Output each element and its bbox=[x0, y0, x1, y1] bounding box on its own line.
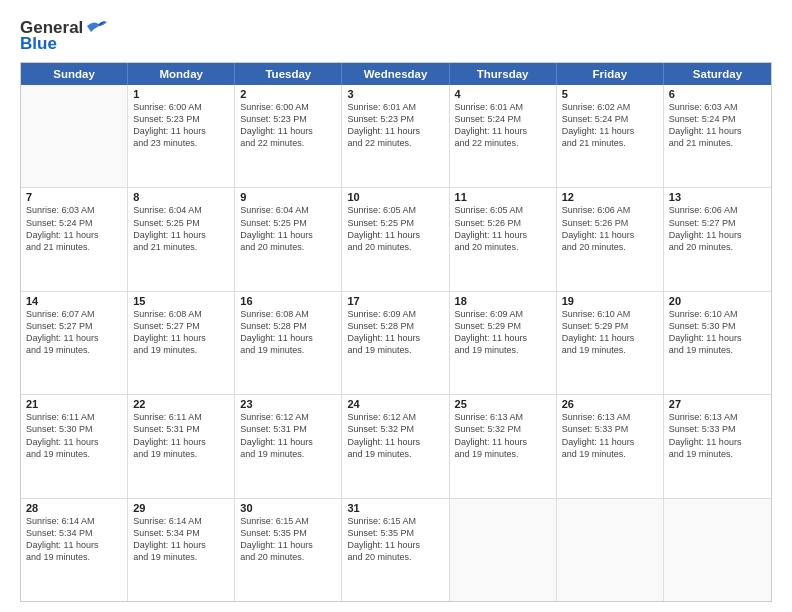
cell-info-line: Sunrise: 6:06 AM bbox=[669, 204, 766, 216]
cell-info-line: Sunrise: 6:10 AM bbox=[669, 308, 766, 320]
cell-info-line: Daylight: 11 hours bbox=[455, 125, 551, 137]
day-number: 7 bbox=[26, 191, 122, 203]
weekday-header-monday: Monday bbox=[128, 63, 235, 85]
cell-info-line: Sunrise: 6:13 AM bbox=[455, 411, 551, 423]
cell-info-line: Sunrise: 6:09 AM bbox=[347, 308, 443, 320]
calendar-day-15: 15Sunrise: 6:08 AMSunset: 5:27 PMDayligh… bbox=[128, 292, 235, 394]
cell-info-line: and 19 minutes. bbox=[562, 344, 658, 356]
cell-info-line: Daylight: 11 hours bbox=[133, 436, 229, 448]
cell-info-line: Daylight: 11 hours bbox=[562, 436, 658, 448]
calendar-empty-cell bbox=[21, 85, 128, 187]
cell-info-line: and 20 minutes. bbox=[347, 241, 443, 253]
cell-info-line: and 20 minutes. bbox=[562, 241, 658, 253]
calendar-day-31: 31Sunrise: 6:15 AMSunset: 5:35 PMDayligh… bbox=[342, 499, 449, 601]
calendar-day-7: 7Sunrise: 6:03 AMSunset: 5:24 PMDaylight… bbox=[21, 188, 128, 290]
calendar-day-10: 10Sunrise: 6:05 AMSunset: 5:25 PMDayligh… bbox=[342, 188, 449, 290]
cell-info-line: Sunset: 5:23 PM bbox=[347, 113, 443, 125]
cell-info-line: Daylight: 11 hours bbox=[347, 229, 443, 241]
day-number: 13 bbox=[669, 191, 766, 203]
cell-info-line: Daylight: 11 hours bbox=[669, 125, 766, 137]
day-number: 19 bbox=[562, 295, 658, 307]
day-number: 3 bbox=[347, 88, 443, 100]
cell-info-line: Sunset: 5:30 PM bbox=[669, 320, 766, 332]
cell-info-line: and 19 minutes. bbox=[133, 344, 229, 356]
cell-info-line: Sunset: 5:26 PM bbox=[455, 217, 551, 229]
cell-info-line: and 19 minutes. bbox=[26, 551, 122, 563]
day-number: 2 bbox=[240, 88, 336, 100]
day-number: 15 bbox=[133, 295, 229, 307]
cell-info-line: Sunrise: 6:15 AM bbox=[240, 515, 336, 527]
day-number: 10 bbox=[347, 191, 443, 203]
cell-info-line: and 23 minutes. bbox=[133, 137, 229, 149]
calendar-day-24: 24Sunrise: 6:12 AMSunset: 5:32 PMDayligh… bbox=[342, 395, 449, 497]
day-number: 12 bbox=[562, 191, 658, 203]
cell-info-line: and 19 minutes. bbox=[26, 344, 122, 356]
cell-info-line: Sunset: 5:35 PM bbox=[347, 527, 443, 539]
cell-info-line: Daylight: 11 hours bbox=[455, 229, 551, 241]
cell-info-line: Sunrise: 6:01 AM bbox=[347, 101, 443, 113]
calendar-day-25: 25Sunrise: 6:13 AMSunset: 5:32 PMDayligh… bbox=[450, 395, 557, 497]
cell-info-line: and 19 minutes. bbox=[240, 344, 336, 356]
cell-info-line: Sunrise: 6:06 AM bbox=[562, 204, 658, 216]
day-number: 11 bbox=[455, 191, 551, 203]
cell-info-line: Sunset: 5:32 PM bbox=[347, 423, 443, 435]
cell-info-line: Sunrise: 6:03 AM bbox=[26, 204, 122, 216]
weekday-header-sunday: Sunday bbox=[21, 63, 128, 85]
cell-info-line: and 21 minutes. bbox=[26, 241, 122, 253]
cell-info-line: Sunset: 5:24 PM bbox=[26, 217, 122, 229]
cell-info-line: Daylight: 11 hours bbox=[133, 539, 229, 551]
day-number: 18 bbox=[455, 295, 551, 307]
cell-info-line: Sunset: 5:29 PM bbox=[455, 320, 551, 332]
cell-info-line: Sunrise: 6:04 AM bbox=[240, 204, 336, 216]
cell-info-line: Daylight: 11 hours bbox=[240, 539, 336, 551]
day-number: 21 bbox=[26, 398, 122, 410]
cell-info-line: Daylight: 11 hours bbox=[133, 125, 229, 137]
cell-info-line: Sunset: 5:24 PM bbox=[455, 113, 551, 125]
cell-info-line: Sunset: 5:34 PM bbox=[26, 527, 122, 539]
day-number: 28 bbox=[26, 502, 122, 514]
calendar-row-1: 7Sunrise: 6:03 AMSunset: 5:24 PMDaylight… bbox=[21, 188, 771, 291]
cell-info-line: Daylight: 11 hours bbox=[133, 332, 229, 344]
cell-info-line: and 22 minutes. bbox=[455, 137, 551, 149]
day-number: 6 bbox=[669, 88, 766, 100]
cell-info-line: Sunset: 5:31 PM bbox=[133, 423, 229, 435]
calendar-day-28: 28Sunrise: 6:14 AMSunset: 5:34 PMDayligh… bbox=[21, 499, 128, 601]
day-number: 9 bbox=[240, 191, 336, 203]
cell-info-line: Sunset: 5:35 PM bbox=[240, 527, 336, 539]
cell-info-line: Daylight: 11 hours bbox=[455, 332, 551, 344]
calendar-day-23: 23Sunrise: 6:12 AMSunset: 5:31 PMDayligh… bbox=[235, 395, 342, 497]
cell-info-line: and 19 minutes. bbox=[133, 551, 229, 563]
cell-info-line: and 19 minutes. bbox=[669, 344, 766, 356]
cell-info-line: Sunset: 5:31 PM bbox=[240, 423, 336, 435]
cell-info-line: Sunrise: 6:07 AM bbox=[26, 308, 122, 320]
calendar-day-12: 12Sunrise: 6:06 AMSunset: 5:26 PMDayligh… bbox=[557, 188, 664, 290]
cell-info-line: and 19 minutes. bbox=[240, 448, 336, 460]
cell-info-line: Daylight: 11 hours bbox=[562, 332, 658, 344]
cell-info-line: Sunrise: 6:03 AM bbox=[669, 101, 766, 113]
cell-info-line: Sunset: 5:27 PM bbox=[669, 217, 766, 229]
day-number: 27 bbox=[669, 398, 766, 410]
cell-info-line: Sunset: 5:26 PM bbox=[562, 217, 658, 229]
cell-info-line: Sunset: 5:23 PM bbox=[240, 113, 336, 125]
cell-info-line: Daylight: 11 hours bbox=[240, 436, 336, 448]
cell-info-line: Sunset: 5:32 PM bbox=[455, 423, 551, 435]
calendar-day-30: 30Sunrise: 6:15 AMSunset: 5:35 PMDayligh… bbox=[235, 499, 342, 601]
cell-info-line: and 22 minutes. bbox=[347, 137, 443, 149]
calendar-day-20: 20Sunrise: 6:10 AMSunset: 5:30 PMDayligh… bbox=[664, 292, 771, 394]
cell-info-line: and 21 minutes. bbox=[133, 241, 229, 253]
cell-info-line: Sunrise: 6:08 AM bbox=[133, 308, 229, 320]
weekday-header-wednesday: Wednesday bbox=[342, 63, 449, 85]
cell-info-line: Sunset: 5:24 PM bbox=[669, 113, 766, 125]
cell-info-line: Sunset: 5:28 PM bbox=[240, 320, 336, 332]
calendar-empty-cell bbox=[557, 499, 664, 601]
cell-info-line: Sunset: 5:33 PM bbox=[562, 423, 658, 435]
cell-info-line: Daylight: 11 hours bbox=[26, 229, 122, 241]
cell-info-line: Sunrise: 6:00 AM bbox=[133, 101, 229, 113]
cell-info-line: Sunrise: 6:11 AM bbox=[26, 411, 122, 423]
day-number: 23 bbox=[240, 398, 336, 410]
cell-info-line: and 20 minutes. bbox=[455, 241, 551, 253]
cell-info-line: Sunset: 5:29 PM bbox=[562, 320, 658, 332]
cell-info-line: Sunrise: 6:13 AM bbox=[669, 411, 766, 423]
cell-info-line: Sunrise: 6:00 AM bbox=[240, 101, 336, 113]
page: General Blue SundayMondayTuesdayWednesda… bbox=[0, 0, 792, 612]
